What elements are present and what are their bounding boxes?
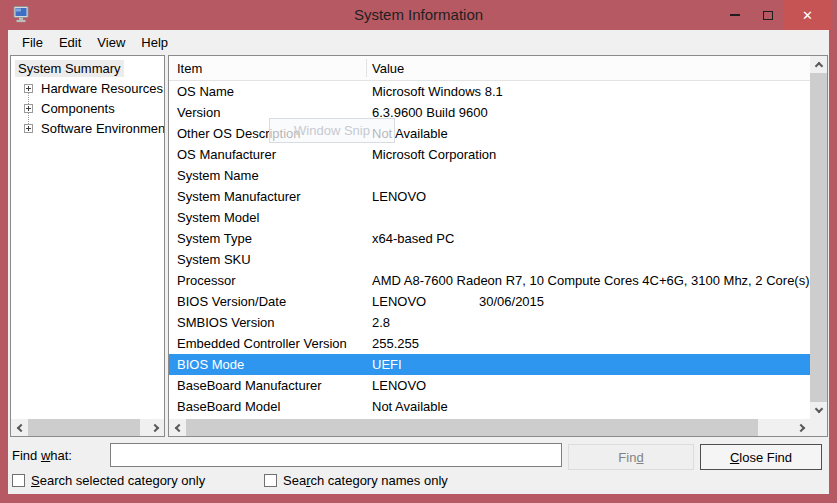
table-row[interactable]: Version6.3.9600 Build 9600 bbox=[169, 102, 810, 123]
item-cell: BIOS Version/Date bbox=[169, 294, 364, 309]
details-pane: Item Value OS NameMicrosoft Windows 8.1V… bbox=[168, 55, 828, 437]
tree-items: System SummaryHardware ResourcesComponen… bbox=[11, 58, 164, 138]
search-selected-category-option[interactable]: Search selected category only bbox=[12, 473, 205, 488]
table-row[interactable]: System ManufacturerLENOVO bbox=[169, 186, 810, 207]
minimize-button[interactable] bbox=[718, 0, 751, 30]
table-row[interactable]: SMBIOS Version2.8 bbox=[169, 312, 810, 333]
find-label-pre: Find bbox=[12, 448, 41, 463]
table-row[interactable]: OS ManufacturerMicrosoft Corporation bbox=[169, 144, 810, 165]
close-icon: ✕ bbox=[802, 8, 813, 23]
item-cell: System Model bbox=[169, 210, 364, 225]
value-cell: LENOVO bbox=[372, 294, 471, 309]
search-selected-category-checkbox[interactable] bbox=[12, 474, 25, 487]
tree-item-label: Hardware Resources bbox=[38, 80, 165, 97]
table-row[interactable]: BIOS ModeUEFI bbox=[169, 354, 810, 375]
menu-item-file[interactable]: File bbox=[14, 32, 51, 53]
column-header-item[interactable]: Item bbox=[177, 61, 202, 76]
table-row[interactable]: ProcessorAMD A8-7600 Radeon R7, 10 Compu… bbox=[169, 270, 810, 291]
tree-item-software-environment[interactable]: Software Environment bbox=[11, 118, 164, 138]
tree-item-hardware-resources[interactable]: Hardware Resources bbox=[11, 78, 164, 98]
close-find-button[interactable]: Close Find bbox=[700, 444, 822, 470]
value-cell: LENOVO bbox=[372, 378, 426, 393]
search-category-names-checkbox[interactable] bbox=[264, 474, 277, 487]
search-category-names-label: Search category names only bbox=[283, 473, 448, 488]
tree-item-system-summary[interactable]: System Summary bbox=[11, 58, 164, 78]
find-bar: Find what: Find Close Find bbox=[8, 442, 829, 470]
system-information-window: System Information ✕ FileEditViewHelp Sy… bbox=[0, 0, 837, 503]
find-button[interactable]: Find bbox=[568, 444, 694, 470]
menu-item-view[interactable]: View bbox=[89, 32, 133, 53]
find-label-mnemonic: w bbox=[41, 448, 50, 463]
info-table-body: OS NameMicrosoft Windows 8.1Version6.3.9… bbox=[169, 81, 810, 419]
item-cell: OS Manufacturer bbox=[169, 147, 364, 162]
find-label-post: hat: bbox=[50, 448, 72, 463]
maximize-button[interactable] bbox=[751, 0, 784, 30]
item-cell: Embedded Controller Version bbox=[169, 336, 364, 351]
tree-item-components[interactable]: Components bbox=[11, 98, 164, 118]
close-button[interactable]: ✕ bbox=[784, 0, 831, 30]
table-row[interactable]: System Model bbox=[169, 207, 810, 228]
tree-scroll-left-button[interactable] bbox=[11, 419, 28, 436]
find-what-label: Find what: bbox=[12, 448, 72, 463]
tree-scroll-right-button[interactable] bbox=[147, 419, 164, 436]
details-scroll-left-button[interactable] bbox=[169, 419, 186, 436]
close-find-post: lose Find bbox=[739, 450, 792, 465]
menu-item-help[interactable]: Help bbox=[133, 32, 176, 53]
value-cell: UEFI bbox=[372, 357, 402, 372]
details-scroll-right-button[interactable] bbox=[793, 419, 810, 436]
expand-plus-icon[interactable] bbox=[24, 84, 33, 93]
item-cell: OS Name bbox=[169, 84, 364, 99]
window-title: System Information bbox=[0, 6, 837, 23]
table-row[interactable]: System Name bbox=[169, 165, 810, 186]
checkbox2-post: ch category names only bbox=[310, 473, 447, 488]
chevron-left-icon bbox=[16, 423, 24, 431]
expand-plus-icon[interactable] bbox=[24, 124, 33, 133]
scrollbar-corner bbox=[810, 419, 827, 436]
tree-horizontal-scrollbar[interactable] bbox=[11, 419, 164, 436]
table-header: Item Value bbox=[169, 56, 810, 81]
chevron-left-icon bbox=[174, 423, 182, 431]
value-cell: Microsoft Corporation bbox=[372, 147, 496, 162]
details-hscrollbar-thumb[interactable] bbox=[186, 419, 758, 436]
value-extra-cell: 30/06/2015 bbox=[471, 294, 544, 309]
client-area: FileEditViewHelp System SummaryHardware … bbox=[8, 30, 829, 494]
details-vscrollbar-thumb[interactable] bbox=[810, 73, 827, 402]
item-cell: BIOS Mode bbox=[169, 357, 364, 372]
value-cell: AMD A8-7600 Radeon R7, 10 Compute Cores … bbox=[372, 273, 810, 288]
window-controls: ✕ bbox=[718, 0, 831, 30]
maximize-icon bbox=[763, 11, 773, 20]
column-header-value[interactable]: Value bbox=[372, 61, 404, 76]
tree-item-label: System Summary bbox=[15, 60, 124, 77]
table-row[interactable]: BIOS Version/DateLENOVO30/06/2015 bbox=[169, 291, 810, 312]
value-cell: x64-based PC bbox=[372, 231, 454, 246]
tree-item-label: Components bbox=[38, 100, 118, 117]
value-cell: 2.8 bbox=[372, 315, 390, 330]
value-cell: 255.255 bbox=[372, 336, 419, 351]
expand-plus-icon[interactable] bbox=[24, 104, 33, 113]
table-row[interactable]: BaseBoard ManufacturerLENOVO bbox=[169, 375, 810, 396]
tree-item-label: Software Environment bbox=[38, 120, 165, 137]
chevron-right-icon bbox=[796, 423, 804, 431]
menu-bar: FileEditViewHelp bbox=[8, 30, 829, 54]
item-cell: BaseBoard Model bbox=[169, 399, 364, 414]
table-row[interactable]: BaseBoard ModelNot Available bbox=[169, 396, 810, 417]
tree-scrollbar-thumb[interactable] bbox=[28, 419, 140, 436]
value-cell: Microsoft Windows 8.1 bbox=[372, 84, 503, 99]
details-scroll-up-button[interactable] bbox=[810, 56, 827, 73]
table-row[interactable]: System Typex64-based PC bbox=[169, 228, 810, 249]
table-row[interactable]: Other OS DescriptionNot Available bbox=[169, 123, 810, 144]
item-cell: BaseBoard Manufacturer bbox=[169, 378, 364, 393]
details-horizontal-scrollbar[interactable] bbox=[169, 419, 827, 436]
table-row[interactable]: Embedded Controller Version255.255 bbox=[169, 333, 810, 354]
find-what-input[interactable] bbox=[110, 443, 562, 467]
search-options-row: Search selected category only Search cat… bbox=[8, 473, 829, 493]
table-row[interactable]: OS NameMicrosoft Windows 8.1 bbox=[169, 81, 810, 102]
menu-item-edit[interactable]: Edit bbox=[51, 32, 89, 53]
item-cell: System Type bbox=[169, 231, 364, 246]
table-row[interactable]: System SKU bbox=[169, 249, 810, 270]
close-find-mnemonic: C bbox=[730, 450, 739, 465]
item-cell: System SKU bbox=[169, 252, 364, 267]
details-vertical-scrollbar[interactable] bbox=[810, 56, 827, 419]
search-category-names-option[interactable]: Search category names only bbox=[264, 473, 448, 488]
details-scroll-down-button[interactable] bbox=[810, 402, 827, 419]
